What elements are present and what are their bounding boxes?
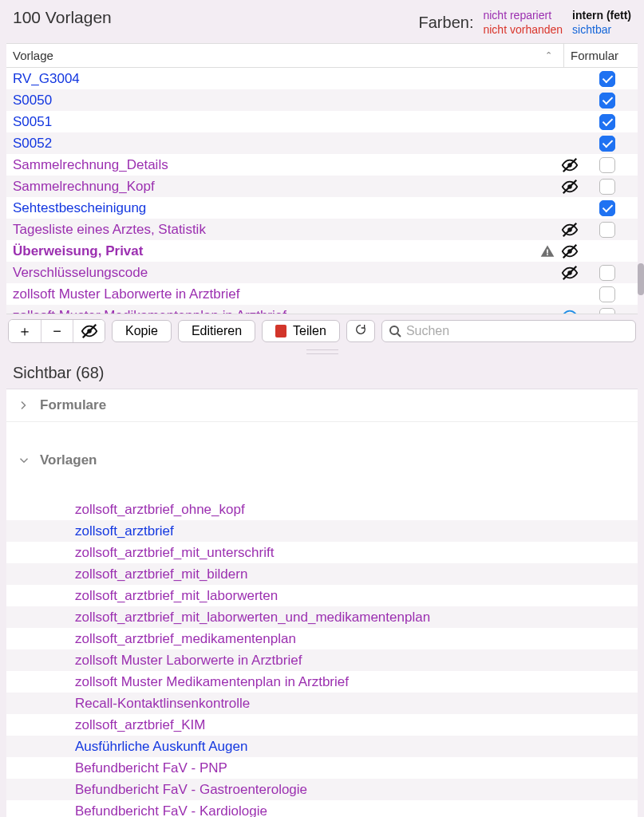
row-checkbox-cell <box>583 200 631 216</box>
copy-button[interactable]: Kopie <box>112 320 172 342</box>
row-name: S0051 <box>13 114 535 130</box>
tree-group-vorlagen-label: Vorlagen <box>40 452 97 468</box>
refresh-icon <box>354 323 367 339</box>
table-row[interactable]: S0050 <box>6 89 638 111</box>
search-icon <box>389 325 401 337</box>
eye-off-icon <box>81 322 98 340</box>
list-item[interactable]: zollsoft_arztbrief_mit_laborwerten_und_m… <box>6 606 638 628</box>
visible-section-title: Sichtbar (68) <box>0 356 644 389</box>
row-icons <box>535 178 583 195</box>
remove-button[interactable]: − <box>41 320 73 342</box>
formular-checkbox[interactable] <box>599 114 615 130</box>
formular-checkbox[interactable] <box>599 71 615 87</box>
share-doc-icon <box>275 325 286 337</box>
row-checkbox-cell <box>583 222 631 238</box>
tree-group-vorlagen[interactable]: Vorlagen <box>6 444 638 476</box>
formular-checkbox[interactable] <box>599 286 615 302</box>
add-button[interactable]: ＋ <box>9 320 41 342</box>
edit-button[interactable]: Editieren <box>178 320 255 342</box>
column-header-formular[interactable]: Formular <box>564 44 638 67</box>
list-item[interactable]: Ausführliche Auskunft Augen <box>6 736 638 757</box>
table-body: RV_G3004S0050S0051S0052Sammelrechnung_De… <box>6 68 638 314</box>
share-button-label: Teilen <box>293 324 326 338</box>
eye-icon <box>561 307 579 314</box>
list-item[interactable]: zollsoft_arztbrief_medikamentenplan <box>6 628 638 649</box>
plus-icon: ＋ <box>18 322 32 341</box>
table-row[interactable]: Verschlüsselungscode <box>6 262 638 283</box>
row-checkbox-cell <box>583 265 631 281</box>
tree-group-formulare-label: Formulare <box>40 397 106 413</box>
column-header-formular-label: Formular <box>571 49 618 62</box>
column-header-vorlage-label: Vorlage <box>13 49 53 62</box>
formular-checkbox[interactable] <box>599 265 615 281</box>
row-name: S0050 <box>13 93 535 109</box>
formular-checkbox[interactable] <box>599 308 615 314</box>
formular-checkbox[interactable] <box>599 93 615 109</box>
search-field[interactable] <box>381 320 636 342</box>
tree-items: zollsoft_arztbrief_ohne_kopfzollsoft_arz… <box>6 499 638 817</box>
formular-checkbox[interactable] <box>599 222 615 238</box>
row-name: RV_G3004 <box>13 71 535 87</box>
table-row[interactable]: Überweisung, Privat <box>6 240 638 262</box>
list-item[interactable]: zollsoft_arztbrief_mit_unterschrift <box>6 542 638 563</box>
tree-group-formulare[interactable]: Formulare <box>6 389 638 422</box>
search-input[interactable] <box>406 324 629 338</box>
list-item[interactable]: Befundbericht FaV - PNP <box>6 757 638 779</box>
sort-caret-icon: ⌃ <box>545 50 552 61</box>
legend-nicht-vorhanden: nicht vorhanden <box>483 22 563 37</box>
legend-intern: intern (fett) <box>572 8 631 22</box>
legend-sichtbar: sichtbar <box>572 22 631 37</box>
eye-off-icon <box>561 178 579 195</box>
table-row[interactable]: S0051 <box>6 111 638 132</box>
legend-nicht-repariert: nicht repariert <box>483 8 563 22</box>
list-item[interactable]: zollsoft_arztbrief_KIM <box>6 714 638 736</box>
eye-off-icon <box>561 156 579 174</box>
formular-checkbox[interactable] <box>599 179 615 195</box>
table-row[interactable]: Sehtestbescheinigung <box>6 197 638 219</box>
row-name: Verschlüsselungscode <box>13 265 535 281</box>
table-row[interactable]: zollsoft Muster Laborwerte in Arztbrief <box>6 283 638 305</box>
row-icons <box>535 307 583 314</box>
list-item[interactable]: zollsoft_arztbrief_mit_bildern <box>6 563 638 585</box>
list-item[interactable]: zollsoft Muster Medikamentenplan in Arzt… <box>6 671 638 693</box>
list-item[interactable]: Recall-Kontaktlinsenkontrolle <box>6 693 638 714</box>
list-item[interactable]: zollsoft_arztbrief_ohne_kopf <box>6 499 638 520</box>
table-row[interactable]: zollsoft Muster Medikamentenplan in Arzt… <box>6 305 638 314</box>
formular-checkbox[interactable] <box>599 136 615 152</box>
eye-off-icon <box>561 264 579 282</box>
row-checkbox-cell <box>583 286 631 302</box>
toolbar: ＋ − Kopie Editieren Teilen <box>0 314 644 348</box>
column-header-vorlage[interactable]: Vorlage ⌃ <box>6 44 564 67</box>
row-name: zollsoft Muster Medikamentenplan in Arzt… <box>13 308 535 314</box>
formular-checkbox[interactable] <box>599 200 615 216</box>
row-name: Sammelrechnung_Kopf <box>13 179 535 195</box>
row-name: zollsoft Muster Laborwerte in Arztbrief <box>13 286 535 302</box>
row-icons <box>535 264 583 282</box>
table-row[interactable]: Sammelrechnung_Details <box>6 154 638 176</box>
refresh-button[interactable] <box>346 320 375 342</box>
scrollbar-thumb[interactable] <box>638 263 644 295</box>
table-row[interactable]: S0052 <box>6 132 638 154</box>
edit-button-label: Editieren <box>192 324 242 338</box>
row-name: S0052 <box>13 136 535 152</box>
table-row[interactable]: RV_G3004 <box>6 68 638 89</box>
list-item[interactable]: Befundbericht FaV - Kardiologie <box>6 800 638 817</box>
table-row[interactable]: Tagesliste eines Arztes, Statistik <box>6 219 638 240</box>
list-item[interactable]: zollsoft Muster Laborwerte in Arztbrief <box>6 649 638 671</box>
list-item[interactable]: zollsoft_arztbrief_mit_laborwerten <box>6 585 638 606</box>
hide-button[interactable] <box>73 320 105 342</box>
chevron-right-icon <box>19 401 29 410</box>
toolbar-segment: ＋ − <box>8 319 105 343</box>
templates-table: Vorlage ⌃ Formular RV_G3004S0050S0051S00… <box>6 43 638 314</box>
list-item[interactable]: Befundbericht FaV - Gastroenterologie <box>6 779 638 800</box>
eye-off-icon <box>561 221 579 239</box>
list-item[interactable]: zollsoft_arztbrief <box>6 520 638 542</box>
page-title: 100 Vorlagen <box>13 8 112 27</box>
row-checkbox-cell <box>583 308 631 314</box>
table-row[interactable]: Sammelrechnung_Kopf <box>6 176 638 197</box>
splitter-handle[interactable] <box>0 348 644 356</box>
chevron-down-icon <box>19 456 29 465</box>
share-button[interactable]: Teilen <box>262 320 340 342</box>
formular-checkbox[interactable] <box>599 157 615 173</box>
row-icons <box>535 156 583 174</box>
